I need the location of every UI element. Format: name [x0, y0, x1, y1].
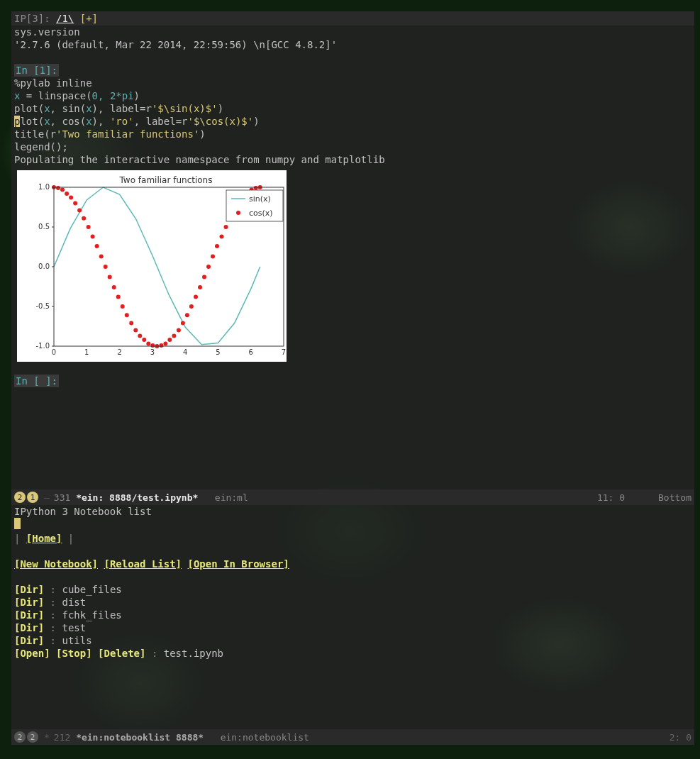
nblist-new[interactable]: [New Notebook]: [14, 558, 98, 570]
cos-point: [194, 295, 198, 299]
cos-point: [142, 338, 146, 342]
worksheet-add-tab[interactable]: [+]: [80, 13, 98, 24]
x-tick: 6: [249, 348, 253, 356]
cos-point: [108, 275, 112, 279]
modeline2-pos: 2: 0: [670, 732, 691, 743]
nblist-dir-row[interactable]: [Dir] : cube_files: [14, 583, 691, 596]
cos-point: [163, 342, 167, 346]
cell1-prompt: In [1]:: [14, 64, 59, 77]
cos-point: [116, 295, 121, 299]
nblist-dir-row[interactable]: [Dir] : fchk_files: [14, 609, 691, 621]
chart-title: Two familiar functions: [119, 175, 213, 185]
cell0-output-line1: sys.version: [14, 26, 691, 38]
cos-point: [129, 321, 133, 326]
nblist-dir-label[interactable]: [Dir]: [14, 584, 44, 595]
cos-point: [211, 254, 215, 258]
nblist-dir-name: dist: [62, 597, 86, 608]
nblist-file-stop[interactable]: [Stop]: [56, 648, 92, 659]
x-tick: 7: [282, 348, 286, 356]
modeline-badge2: 1: [27, 492, 38, 503]
cos-point: [73, 201, 77, 205]
cos-point: [220, 234, 224, 238]
worksheet-prefix: IP[3]:: [14, 13, 56, 24]
modeline-scroll: Bottom: [658, 492, 691, 503]
nblist-dir-row[interactable]: [Dir] : dist: [14, 596, 691, 609]
cell1-code-l2[interactable]: x = linspace(0, 2*pi): [14, 89, 691, 102]
modeline2-line-no: 212: [54, 732, 70, 743]
cos-point: [95, 244, 99, 248]
x-tick: 0: [52, 348, 56, 356]
cos-point: [167, 338, 172, 342]
cos-point: [125, 313, 129, 317]
nblist-dir-label[interactable]: [Dir]: [14, 597, 44, 608]
nblist-dir-label[interactable]: [Dir]: [14, 635, 44, 646]
cos-point: [104, 265, 108, 269]
nblist-reload[interactable]: [Reload List]: [104, 558, 182, 570]
code-area[interactable]: sys.version '2.7.6 (default, Mar 22 2014…: [11, 26, 694, 400]
cos-point: [172, 333, 176, 338]
cos-point: [254, 186, 258, 190]
cos-point: [189, 304, 194, 309]
modeline-mode: ein:ml: [215, 492, 248, 503]
y-tick: -0.5: [35, 302, 50, 310]
cos-point: [224, 225, 228, 229]
cos-point: [82, 216, 86, 221]
modeline2-mode: ein:notebooklist: [221, 732, 309, 743]
cos-point: [181, 321, 185, 326]
cos-point: [206, 265, 211, 269]
nblist-file-delete[interactable]: [Delete]: [98, 648, 145, 659]
nblist-browser[interactable]: [Open In Browser]: [187, 558, 289, 570]
modeline-top: 2 1 — 331 *ein: 8888/test.ipynb* ein:ml …: [11, 489, 694, 505]
cos-point: [185, 313, 189, 317]
nblist-file-open[interactable]: [Open]: [14, 648, 50, 659]
cos-point: [138, 333, 142, 338]
cell1-code-l3[interactable]: plot(x, sin(x), label=r'$\sin(x)$'): [14, 102, 691, 115]
nblist-dir-row[interactable]: [Dir] : test: [14, 621, 691, 634]
nblist-heading: IPython 3 Notebook list: [14, 505, 691, 518]
emacs-frame: IP[3]: /1\ [+] sys.version '2.7.6 (defau…: [11, 11, 694, 745]
chart-output: Two familiar functions 01234567 -1.0-0.5…: [17, 170, 287, 362]
nblist-file-name: test.ipynb: [164, 648, 223, 659]
cos-point: [150, 343, 155, 348]
cell1-code-l1[interactable]: %pylab inline: [14, 77, 691, 89]
notebook-list-pane[interactable]: IPython 3 Notebook list | [Home] | [New …: [11, 505, 694, 729]
notebook-pane[interactable]: IP[3]: /1\ [+] sys.version '2.7.6 (defau…: [11, 11, 694, 489]
cos-point: [69, 196, 73, 200]
cos-point: [133, 328, 138, 333]
cos-point: [91, 234, 95, 238]
modeline-bottom: 2 2 * 212 *ein:notebooklist 8888* ein:no…: [11, 729, 694, 745]
cell1-code-l6[interactable]: legend();: [14, 140, 691, 153]
worksheet-tab-active[interactable]: /1\: [56, 13, 74, 24]
svg-point-7: [236, 211, 240, 215]
legend-sin: sin(x): [249, 194, 271, 204]
nblist-dir-row[interactable]: [Dir] : utils: [14, 634, 691, 647]
x-tick: 5: [216, 348, 220, 356]
cos-point: [159, 343, 163, 348]
nblist-home[interactable]: [Home]: [26, 533, 62, 544]
cos-point: [121, 304, 125, 309]
modeline2-badge2: 2: [27, 731, 38, 743]
cell1-code-l5[interactable]: title(r'Two familiar functions'): [14, 128, 691, 140]
y-tick: 1.0: [38, 183, 50, 191]
nblist-cursor: [14, 518, 21, 529]
modeline-badge1: 2: [14, 492, 26, 503]
nblist-dir-name: cube_files: [62, 584, 121, 595]
y-tick: -1.0: [35, 342, 50, 350]
cos-point: [87, 225, 91, 229]
cos-point: [60, 187, 65, 192]
x-tick: 3: [150, 348, 155, 356]
cos-point: [215, 244, 219, 248]
cos-point: [112, 285, 116, 289]
cell2-prompt[interactable]: In [ ]:: [14, 375, 59, 387]
cos-point: [198, 285, 202, 289]
chart-legend: sin(x) cos(x): [226, 190, 283, 221]
nblist-dir-label[interactable]: [Dir]: [14, 609, 44, 621]
legend-cos: cos(x): [249, 209, 273, 218]
modeline-pos: 11: 0: [597, 492, 625, 503]
y-tick: 0.0: [38, 262, 50, 270]
cos-point: [99, 254, 104, 258]
nblist-dir-label[interactable]: [Dir]: [14, 622, 44, 633]
cell1-output: Populating the interactive namespace fro…: [14, 153, 691, 166]
cos-point: [177, 328, 181, 333]
cell1-code-l4[interactable]: plot(x, cos(x), 'ro', label=r'$\cos(x)$'…: [14, 115, 691, 128]
